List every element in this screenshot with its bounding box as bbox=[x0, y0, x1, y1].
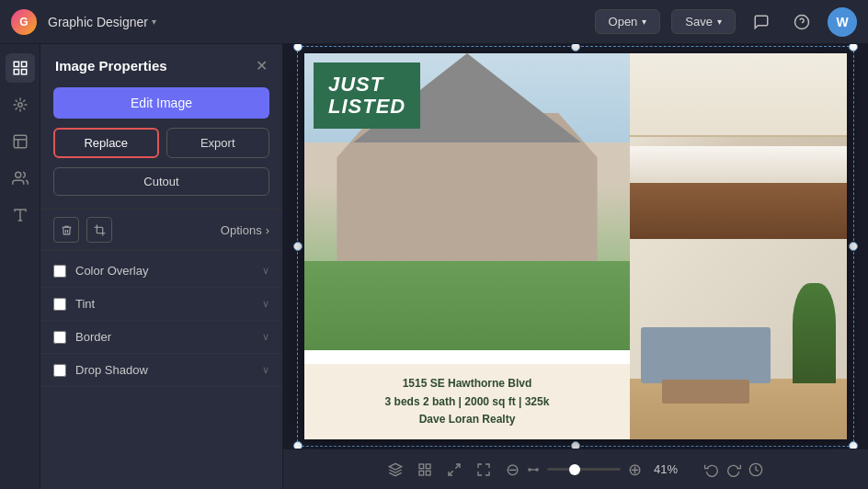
sidebar-item-elements[interactable] bbox=[6, 90, 35, 119]
history-button[interactable] bbox=[748, 462, 763, 477]
zoom-thumb[interactable] bbox=[569, 464, 580, 475]
checkbox-0[interactable] bbox=[53, 265, 66, 278]
svg-line-19 bbox=[449, 471, 453, 475]
checkbox-3[interactable] bbox=[53, 364, 66, 377]
app-name-chevron: ▾ bbox=[152, 17, 156, 27]
options-button[interactable]: Options › bbox=[221, 223, 269, 237]
design-selection-wrapper: JUSTLISTED bbox=[304, 53, 847, 439]
svg-marker-13 bbox=[389, 463, 401, 470]
handle-br[interactable] bbox=[849, 441, 858, 449]
sidebar-item-layout[interactable] bbox=[6, 127, 35, 156]
svg-rect-14 bbox=[419, 464, 424, 469]
checkbox-label-3: Drop Shadow bbox=[75, 363, 262, 377]
svg-rect-2 bbox=[14, 62, 18, 66]
kitchen-wood bbox=[630, 183, 847, 238]
zoom-slider[interactable] bbox=[547, 468, 621, 471]
layers-toggle-icon[interactable] bbox=[388, 462, 403, 477]
kitchen-cabinets bbox=[630, 53, 847, 137]
svg-point-22 bbox=[536, 468, 538, 470]
fit-icon[interactable] bbox=[447, 462, 462, 477]
canvas-content[interactable]: JUSTLISTED bbox=[283, 44, 868, 449]
crop-button[interactable] bbox=[86, 217, 112, 243]
app-name-label: Graphic Designer bbox=[48, 15, 148, 29]
checkbox-row-drop-shadow[interactable]: Drop Shadow ∨ bbox=[40, 354, 282, 387]
handle-bl[interactable] bbox=[293, 441, 303, 449]
export-button[interactable]: Export bbox=[166, 128, 270, 158]
help-button[interactable] bbox=[787, 7, 817, 37]
svg-point-10 bbox=[15, 172, 20, 177]
handle-ml[interactable] bbox=[293, 242, 303, 251]
svg-rect-4 bbox=[14, 70, 18, 74]
effects-list: Color Overlay ∨ Tint ∨ Border ∨ Drop Sha… bbox=[40, 255, 282, 387]
image-properties-panel: Image Properties ✕ Edit Image Replace Ex… bbox=[40, 44, 283, 489]
svg-point-6 bbox=[17, 103, 22, 108]
left-icon-bar bbox=[0, 44, 40, 489]
panel-header: Image Properties ✕ bbox=[40, 44, 282, 87]
panel-close-button[interactable]: ✕ bbox=[256, 57, 268, 74]
app-logo: G bbox=[11, 9, 37, 35]
checkbox-chevron-2: ∨ bbox=[262, 331, 269, 343]
bottom-right-controls bbox=[704, 462, 763, 477]
zoom-percent: 41% bbox=[649, 462, 682, 476]
checkbox-2[interactable] bbox=[53, 331, 66, 344]
logo-letter: G bbox=[19, 16, 28, 28]
sidebar-item-people[interactable] bbox=[6, 164, 35, 193]
panel-actions-row: Options › bbox=[40, 209, 282, 251]
panel-title: Image Properties bbox=[55, 58, 167, 74]
checkbox-chevron-3: ∨ bbox=[262, 364, 269, 376]
trash-button[interactable] bbox=[53, 217, 79, 243]
kitchen-counter bbox=[630, 146, 847, 183]
checkbox-label-1: Tint bbox=[75, 297, 262, 311]
house-grass bbox=[304, 261, 630, 350]
undo-button[interactable] bbox=[704, 462, 719, 477]
handle-mr[interactable] bbox=[849, 242, 858, 251]
living-table bbox=[662, 380, 748, 404]
save-button[interactable]: Save ▾ bbox=[671, 9, 736, 34]
just-listed-badge: JUSTLISTED bbox=[314, 63, 420, 129]
svg-rect-3 bbox=[21, 62, 26, 66]
svg-rect-5 bbox=[21, 70, 26, 74]
address-line2: 3 beds 2 bath | 2000 sq ft | 325k bbox=[315, 393, 619, 411]
zoom-out-button[interactable]: ⊖ bbox=[506, 461, 520, 478]
zoom-controls: ⊖ ⊕ 41% bbox=[506, 461, 682, 478]
svg-rect-16 bbox=[419, 471, 424, 475]
open-button[interactable]: Open ▾ bbox=[595, 9, 661, 34]
canvas-area: JUSTLISTED bbox=[283, 44, 868, 489]
avatar[interactable]: W bbox=[828, 7, 857, 37]
handle-bc[interactable] bbox=[571, 441, 580, 449]
address-line1: 1515 SE Hawthorne Blvd bbox=[315, 375, 619, 392]
svg-rect-15 bbox=[426, 464, 430, 469]
checkbox-row-color-overlay[interactable]: Color Overlay ∨ bbox=[40, 255, 282, 288]
zoom-disconnect-icon[interactable] bbox=[527, 463, 540, 476]
address-line3: Dave Loran Realty bbox=[315, 411, 619, 428]
checkbox-1[interactable] bbox=[53, 298, 66, 311]
handle-tr[interactable] bbox=[849, 44, 858, 51]
checkbox-label-0: Color Overlay bbox=[75, 264, 262, 278]
redo-button[interactable] bbox=[726, 462, 741, 477]
handle-tl[interactable] bbox=[293, 44, 303, 51]
edit-image-button[interactable]: Edit Image bbox=[53, 87, 269, 119]
property-info-bar: 1515 SE Hawthorne Blvd 3 beds 2 bath | 2… bbox=[304, 364, 630, 439]
comment-button[interactable] bbox=[747, 7, 776, 37]
app-header: G Graphic Designer ▾ Open ▾ Save ▾ W bbox=[0, 0, 868, 44]
living-room-image bbox=[630, 239, 847, 439]
checkbox-row-tint[interactable]: Tint ∨ bbox=[40, 288, 282, 321]
app-name-dropdown[interactable]: Graphic Designer ▾ bbox=[48, 15, 156, 29]
grid-icon[interactable] bbox=[417, 462, 432, 477]
sidebar-item-text[interactable] bbox=[6, 200, 35, 230]
living-plant bbox=[793, 283, 836, 383]
checkbox-row-border[interactable]: Border ∨ bbox=[40, 321, 282, 354]
zoom-in-button[interactable]: ⊕ bbox=[628, 461, 642, 478]
kitchen-image bbox=[630, 53, 847, 239]
sidebar-item-layers[interactable] bbox=[6, 53, 35, 83]
just-listed-text: JUSTLISTED bbox=[328, 74, 405, 118]
resize-icon[interactable] bbox=[476, 462, 491, 477]
living-inner bbox=[630, 239, 847, 439]
replace-export-row: Replace Export bbox=[53, 128, 269, 158]
design-card: JUSTLISTED bbox=[304, 53, 847, 439]
handle-tc[interactable] bbox=[571, 44, 580, 51]
checkbox-label-2: Border bbox=[75, 330, 262, 344]
svg-rect-17 bbox=[426, 471, 430, 475]
cutout-button[interactable]: Cutout bbox=[53, 167, 269, 196]
replace-button[interactable]: Replace bbox=[53, 128, 159, 158]
